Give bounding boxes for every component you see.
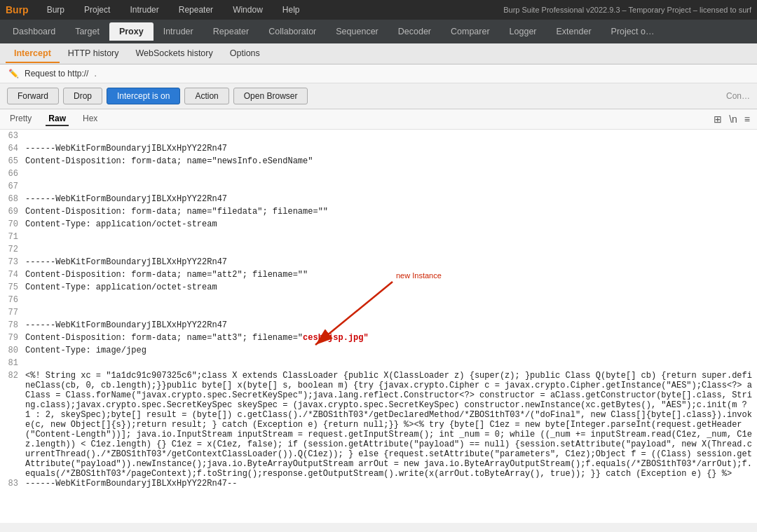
line-number: 67	[3, 182, 25, 191]
table-row: 69Content-Disposition: form-data; name="…	[0, 207, 757, 219]
subtab-websockets[interactable]: WebSockets history	[128, 45, 221, 63]
line-number: 69	[3, 207, 25, 217]
menu-intruder[interactable]: Intruder	[125, 2, 163, 18]
line-number: 80	[3, 346, 25, 355]
line-number: 65	[3, 156, 25, 166]
tab-proxy[interactable]: Proxy	[109, 22, 154, 41]
line-number: 79	[3, 333, 25, 343]
line-content: Content-Type: image/jpeg	[25, 346, 754, 355]
table-row: 78------WebKitFormBoundaryjIBLXxHpYY22Rn…	[0, 320, 757, 333]
code-content[interactable]: 6364------WebKitFormBoundaryjIBLXxHpYY22…	[0, 130, 757, 523]
request-label: Request to http://	[25, 69, 88, 79]
format-hex[interactable]: Hex	[80, 112, 100, 126]
table-row: 66	[0, 169, 757, 182]
menu-repeater[interactable]: Repeater	[175, 2, 217, 18]
tab-collaborator[interactable]: Collaborator	[259, 22, 326, 41]
line-number: 82	[3, 371, 25, 381]
table-row: 80Content-Type: image/jpeg	[0, 346, 757, 358]
tab-logger[interactable]: Logger	[500, 22, 547, 41]
line-number: 72	[3, 245, 25, 254]
line-number: 75	[3, 282, 25, 292]
line-content: <%! String xc = "1a1dc91c907325c6";class…	[25, 371, 754, 479]
table-row: 64------WebKitFormBoundaryjIBLXxHpYY22Rn…	[0, 144, 757, 156]
code-block-wrap: 6364------WebKitFormBoundaryjIBLXxHpYY22…	[0, 130, 757, 523]
forward-button[interactable]: Forward	[7, 88, 59, 104]
line-number: 64	[3, 144, 25, 154]
line-content: ------WebKitFormBoundaryjIBLXxHpYY22Rn47	[25, 257, 754, 267]
line-number: 81	[3, 358, 25, 368]
table-row: 79Content-Disposition: form-data; name="…	[0, 333, 757, 346]
subtab-intercept[interactable]: Intercept	[6, 45, 60, 63]
line-number: 71	[3, 232, 25, 242]
table-row: 72	[0, 245, 757, 257]
request-url: .	[94, 69, 96, 79]
tab-extender[interactable]: Extender	[547, 22, 601, 41]
table-row: 82<%! String xc = "1a1dc91c907325c6";cla…	[0, 371, 757, 479]
con-label: Con…	[726, 91, 750, 101]
newline-icon[interactable]: \n	[729, 114, 737, 125]
table-row: 76	[0, 295, 757, 308]
line-number: 74	[3, 270, 25, 280]
subtab-http-history[interactable]: HTTP history	[60, 45, 128, 63]
tab-comparer[interactable]: Comparer	[441, 22, 500, 41]
sub-tab-bar: Intercept HTTP history WebSockets histor…	[0, 43, 757, 64]
table-row: 63	[0, 131, 757, 144]
app-logo: Burp	[6, 4, 29, 15]
line-number: 66	[3, 169, 25, 179]
line-number: 77	[3, 308, 25, 318]
tab-intruder[interactable]: Intruder	[154, 22, 203, 41]
line-number: 83	[3, 479, 25, 489]
app-title: Burp Suite Professional v2022.9.3 – Temp…	[503, 6, 751, 14]
tab-repeater[interactable]: Repeater	[203, 22, 259, 41]
table-row: 77	[0, 308, 757, 320]
toolbar: Forward Drop Intercept is on Action Open…	[0, 83, 757, 109]
subtab-options[interactable]: Options	[221, 45, 268, 63]
line-content: ------WebKitFormBoundaryjIBLXxHpYY22Rn47…	[25, 479, 754, 489]
action-button[interactable]: Action	[184, 88, 229, 104]
wrap-icon[interactable]: ⊞	[714, 114, 722, 125]
tab-project[interactable]: Project o…	[601, 22, 664, 41]
line-content: Content-Type: application/octet-stream	[25, 219, 754, 229]
line-number: 73	[3, 257, 25, 267]
line-number: 68	[3, 194, 25, 204]
menu-burp[interactable]: Burp	[43, 2, 69, 18]
more-icon[interactable]: ≡	[744, 114, 750, 125]
table-row: 68------WebKitFormBoundaryjIBLXxHpYY22Rn…	[0, 194, 757, 207]
tab-sequencer[interactable]: Sequencer	[326, 22, 388, 41]
format-pretty[interactable]: Pretty	[7, 112, 34, 126]
line-content: ------WebKitFormBoundaryjIBLXxHpYY22Rn47	[25, 320, 754, 330]
main-tab-bar: Dashboard Target Proxy Intruder Repeater…	[0, 20, 757, 43]
menu-help[interactable]: Help	[278, 2, 304, 18]
line-content: ------WebKitFormBoundaryjIBLXxHpYY22Rn47	[25, 194, 754, 204]
menu-project[interactable]: Project	[80, 2, 114, 18]
request-bar: ✏️ Request to http:// .	[0, 64, 757, 83]
table-row: 81	[0, 358, 757, 371]
intercept-button[interactable]: Intercept is on	[107, 88, 180, 104]
line-content: Content-Disposition: form-data; name="fi…	[25, 207, 754, 217]
menu-bar: Burp Burp Project Intruder Repeater Wind…	[0, 0, 757, 20]
line-number: 63	[3, 131, 25, 141]
line-content: Content-Disposition: form-data; name="ne…	[25, 156, 754, 166]
tab-decoder[interactable]: Decoder	[388, 22, 441, 41]
line-content: Content-Disposition: form-data; name="at…	[25, 333, 754, 343]
line-content: Content-Type: application/octet-stream	[25, 282, 754, 292]
menu-window[interactable]: Window	[229, 2, 267, 18]
table-row: 75Content-Type: application/octet-stream	[0, 282, 757, 295]
drop-button[interactable]: Drop	[63, 88, 102, 104]
table-row: 65Content-Disposition: form-data; name="…	[0, 156, 757, 169]
table-row: 67	[0, 182, 757, 194]
line-content: ------WebKitFormBoundaryjIBLXxHpYY22Rn47	[25, 144, 754, 154]
edit-icon: ✏️	[8, 69, 19, 79]
table-row: 74Content-Disposition: form-data; name="…	[0, 270, 757, 282]
tab-target[interactable]: Target	[65, 22, 109, 41]
line-content: Content-Disposition: form-data; name="at…	[25, 270, 754, 280]
line-number: 76	[3, 295, 25, 305]
tab-dashboard[interactable]: Dashboard	[3, 22, 65, 41]
table-row: 83------WebKitFormBoundaryjIBLXxHpYY22Rn…	[0, 479, 757, 491]
line-number: 78	[3, 320, 25, 330]
format-tab-bar: Pretty Raw Hex ⊞ \n ≡	[0, 109, 757, 130]
open-browser-button[interactable]: Open Browser	[233, 88, 308, 104]
line-number: 70	[3, 219, 25, 229]
table-row: 71	[0, 232, 757, 245]
format-raw[interactable]: Raw	[46, 112, 69, 126]
